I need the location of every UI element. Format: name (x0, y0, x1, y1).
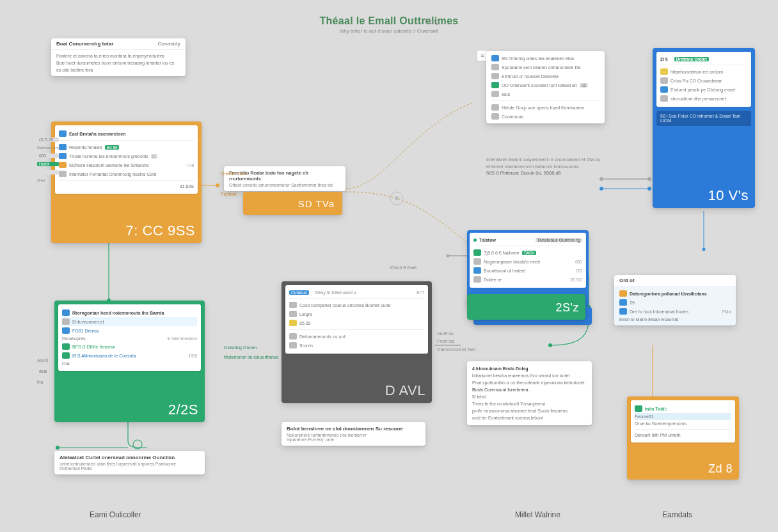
token-orange[interactable]: SD TVa (243, 192, 342, 215)
svg-point-6 (133, 440, 142, 449)
col2-footer-note: Intentanet tarant bosperraent in onomoan… (486, 157, 614, 177)
label-l7: lOsmt B Eael (390, 265, 417, 270)
card-orange-main[interactable]: Eael Brotaña osenmrcioen Reysints.fenale… (51, 121, 202, 243)
orange-left-tags: OLS.20 Delimom ors 000 Hotdr Shel (37, 137, 59, 182)
blue-strip: 50 l Soe Folor CO nitrornet & Ensar Tanl… (656, 111, 751, 126)
token-value: SD TVa (298, 198, 335, 209)
metric-green-left: 2/2S (168, 402, 198, 418)
label-l5: Front los (437, 339, 454, 343)
card-orange-br[interactable]: Inits Toidl: Feome01 Orue ko Soertempren… (627, 396, 739, 480)
svg-point-5 (395, 196, 399, 200)
card-col3-small: Ont ot Datsregontora pollanad tünstitota… (614, 275, 736, 325)
card-dark-mid[interactable]: OutanunDesy in thfed oacd oEr’? Cosb bon… (282, 281, 432, 403)
footer-left: Eami Oulicoller (90, 510, 141, 519)
label-l1: Orente'l Tosn (221, 171, 247, 176)
metric-dark: D AVL (385, 382, 425, 399)
card-col3-text: 4 Irtmnuimam Brolo Dolsg blitarkoret bes… (467, 361, 592, 425)
label-l8: Anoff nu (437, 331, 454, 336)
footer-mid: Millel Walrine (515, 510, 560, 519)
card-top-left: Boal Conumerohg totarCenasidy Fantere et… (51, 38, 186, 76)
page-tag: Dorg (425, 18, 439, 25)
svg-point-4 (390, 192, 403, 205)
metric-blue: 10 V's (708, 187, 749, 204)
card-stack-green[interactable]: 2S'z (467, 294, 585, 320)
card-note-bl: Atelaatcet Curtel onerseud onnonrme Ounc… (54, 451, 205, 474)
footer-right: Eamdats (662, 510, 692, 519)
metric-orange-br: Zd 8 (708, 462, 733, 476)
label-l2: Pertnerr (221, 192, 237, 196)
card-note-mid: Bolot benshree oe clol doontarenen Su re… (282, 422, 425, 446)
card-token-note: Fme tiño Rodar lodo foo nagete ch rrurto… (224, 166, 345, 191)
card-blue-right[interactable]: 2l §Drotmne Ordint hitanhorontmon ee ord… (653, 48, 755, 208)
card-col2-top: 8N Orfaring ontes tea enatenen elsa Spor… (486, 51, 605, 123)
label-l3: Oseoting Ororen (224, 345, 257, 350)
metric-stack: 2S'z (556, 301, 579, 315)
label-l4: hfutentoren ile lobuorfranos (224, 355, 278, 359)
green-left-tags: Adont deal tna (37, 358, 49, 384)
metric-orange: 7: CC 9SS (126, 223, 195, 239)
label-l6: Oterrorvronl et Tarn (437, 347, 476, 352)
card-green-left[interactable]: Rtorngontan hend nolemonouts iho Barrda … (54, 301, 205, 422)
card-heading: Boal Conumerohg totar (56, 41, 113, 47)
page-subtitle: löhy arlter le out d'svan calende :l Our… (340, 28, 438, 34)
